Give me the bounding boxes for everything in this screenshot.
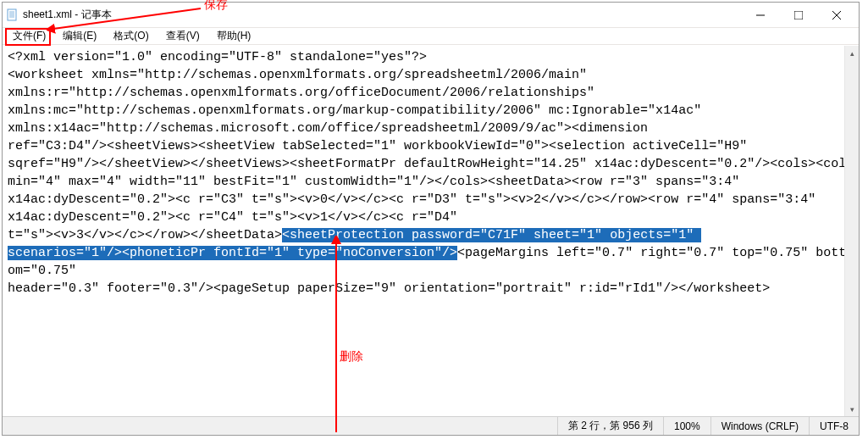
text-content[interactable]: <?xml version="1.0" encoding="UTF-8" sta… bbox=[3, 47, 859, 416]
close-button[interactable] bbox=[817, 3, 855, 27]
notepad-window: sheet1.xml - 记事本 文件(F) 编辑(E) 格式(O) 查看(V)… bbox=[2, 2, 860, 436]
status-position: 第 2 行，第 956 列 bbox=[557, 417, 663, 435]
minimize-button[interactable] bbox=[741, 3, 779, 27]
annotation-delete-label: 删除 bbox=[340, 349, 363, 364]
text-line: x14ac:dyDescent="0.2"><c r="C3" t="s"><v… bbox=[8, 191, 854, 209]
scroll-down-icon[interactable]: ▾ bbox=[845, 402, 860, 416]
menubar: 文件(F) 编辑(E) 格式(O) 查看(V) 帮助(H) bbox=[3, 28, 859, 45]
status-encoding: UTF-8 bbox=[809, 417, 859, 435]
scroll-up-icon[interactable]: ▴ bbox=[845, 46, 860, 60]
window-title: sheet1.xml - 记事本 bbox=[23, 8, 741, 22]
selected-text: <sheetProtection password="C71F" sheet="… bbox=[282, 228, 701, 242]
svg-rect-0 bbox=[8, 9, 16, 20]
status-zoom: 100% bbox=[663, 417, 710, 435]
annotation-save-label: 保存 bbox=[204, 0, 228, 13]
text-line: ref="C3:D4"/><sheetViews><sheetView tabS… bbox=[8, 137, 854, 155]
text-line: t="s"><v>3</v></c></row></sheetData><she… bbox=[8, 226, 854, 244]
vertical-scrollbar[interactable]: ▴ ▾ bbox=[844, 46, 859, 416]
menu-edit[interactable]: 编辑(E) bbox=[54, 27, 105, 45]
titlebar[interactable]: sheet1.xml - 记事本 bbox=[3, 3, 859, 28]
svg-rect-6 bbox=[794, 11, 803, 19]
statusbar: 第 2 行，第 956 列 100% Windows (CRLF) UTF-8 bbox=[3, 416, 859, 435]
menu-file[interactable]: 文件(F) bbox=[4, 27, 54, 45]
menu-format[interactable]: 格式(O) bbox=[105, 27, 157, 45]
text-line: xmlns:x14ac="http://schemas.microsoft.co… bbox=[8, 120, 854, 137]
status-eol: Windows (CRLF) bbox=[710, 417, 809, 435]
text-line: min="4" max="4" width="11" bestFit="1" c… bbox=[8, 173, 854, 191]
selected-text: scenarios="1"/><phoneticPr fontId="1" ty… bbox=[8, 246, 457, 260]
text-line: <?xml version="1.0" encoding="UTF-8" sta… bbox=[8, 48, 854, 66]
text-line: sqref="H9"/></sheetView></sheetViews><sh… bbox=[8, 155, 854, 173]
text-line: x14ac:dyDescent="0.2"><c r="C4" t="s"><v… bbox=[8, 209, 854, 226]
text-line: xmlns:mc="http://schemas.openxmlformats.… bbox=[8, 102, 854, 120]
text-line: header="0.3" footer="0.3"/><pageSetup pa… bbox=[8, 280, 854, 298]
maximize-button[interactable] bbox=[779, 3, 817, 27]
text-line: <worksheet xmlns="http://schemas.openxml… bbox=[8, 66, 854, 84]
notepad-icon bbox=[6, 8, 19, 22]
window-controls bbox=[741, 3, 855, 27]
menu-view[interactable]: 查看(V) bbox=[158, 27, 208, 45]
text-line: xmlns:r="http://schemas.openxmlformats.o… bbox=[8, 84, 854, 102]
text-line: scenarios="1"/><phoneticPr fontId="1" ty… bbox=[8, 244, 854, 280]
menu-help[interactable]: 帮助(H) bbox=[208, 27, 260, 45]
